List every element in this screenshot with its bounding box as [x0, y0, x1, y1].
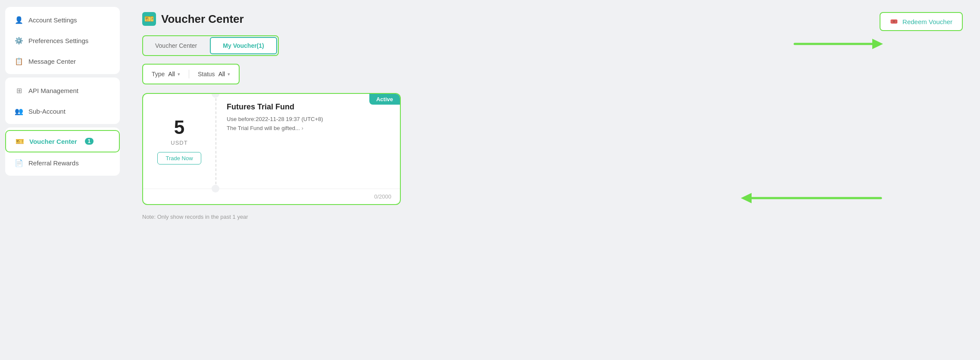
- tab-voucher-center[interactable]: Voucher Center: [143, 36, 209, 55]
- voucher-left-panel: 5 USDT Trade Now: [143, 94, 216, 189]
- arrow-left-annotation: [734, 189, 885, 207]
- sidebar-group-3: 🎫 Voucher Center 1 📄 Referral Rewards: [5, 127, 120, 176]
- voucher-desc-text: The Trial Fund will be gifted...: [227, 125, 300, 131]
- message-icon: 📋: [15, 57, 23, 65]
- voucher-title: Futures Trial Fund: [227, 102, 390, 112]
- sidebar-item-referral-rewards[interactable]: 📄 Referral Rewards: [5, 152, 120, 173]
- gear-icon: ⚙️: [15, 36, 23, 45]
- redeem-voucher-icon: 🎟️: [890, 18, 898, 25]
- note-text: Note: Only show records in the past 1 ye…: [142, 214, 963, 220]
- type-filter-value: All: [168, 71, 175, 78]
- status-filter-label: Status: [198, 71, 215, 78]
- voucher-desc[interactable]: The Trial Fund will be gifted... ›: [227, 125, 390, 131]
- sidebar-group-1: 👤 Account Settings ⚙️ Preferences Settin…: [5, 7, 120, 74]
- tabs-container: Voucher Center My Voucher(1): [142, 35, 279, 56]
- sidebar: 👤 Account Settings ⚙️ Preferences Settin…: [0, 0, 125, 360]
- sidebar-item-label: Account Settings: [28, 16, 77, 24]
- account-icon: 👤: [15, 16, 23, 24]
- type-chevron-down-icon: ▾: [178, 71, 180, 77]
- filter-bar: Type All ▾ Status All ▾: [142, 64, 240, 84]
- svg-marker-3: [741, 193, 752, 203]
- svg-marker-1: [872, 39, 883, 49]
- voucher-meta: Use before:2022-11-28 19:37 (UTC+8): [227, 116, 390, 122]
- status-chevron-down-icon: ▾: [228, 71, 230, 77]
- sidebar-item-label: Voucher Center: [29, 138, 77, 145]
- type-filter-label: Type: [152, 71, 165, 78]
- sidebar-item-voucher-center[interactable]: 🎫 Voucher Center 1: [5, 130, 120, 152]
- sidebar-item-preferences-settings[interactable]: ⚙️ Preferences Settings: [5, 30, 120, 51]
- voucher-progress: 0/2000: [143, 189, 400, 204]
- sidebar-item-sub-account[interactable]: 👥 Sub-Account: [5, 101, 120, 121]
- sidebar-item-api-management[interactable]: ⊞ API Management: [5, 80, 120, 101]
- sidebar-item-label: Sub-Account: [28, 108, 66, 115]
- voucher-icon: 🎫: [16, 137, 24, 146]
- voucher-card-inner: 5 USDT Trade Now Futures Trial Fund Use …: [143, 94, 400, 189]
- page-title: Voucher Center: [161, 12, 244, 26]
- voucher-currency: USDT: [171, 140, 187, 146]
- voucher-badge: 1: [85, 138, 94, 145]
- sidebar-item-message-center[interactable]: 📋 Message Center: [5, 51, 120, 71]
- status-filter-value: All: [218, 71, 225, 78]
- arrow-right-annotation: [790, 35, 885, 53]
- voucher-card: Active 5 USDT Trade Now Futures Trial Fu…: [142, 93, 401, 205]
- api-icon: ⊞: [15, 86, 23, 95]
- status-filter-group: Status All ▾: [198, 71, 230, 78]
- sidebar-item-label: Preferences Settings: [28, 37, 88, 44]
- tab-my-voucher[interactable]: My Voucher(1): [210, 37, 277, 54]
- status-filter-select[interactable]: All ▾: [218, 71, 231, 78]
- voucher-right-panel: Futures Trial Fund Use before:2022-11-28…: [216, 94, 400, 189]
- sub-account-icon: 👥: [15, 107, 23, 115]
- sidebar-item-label: Message Center: [28, 58, 76, 65]
- active-badge: Active: [369, 94, 400, 105]
- page-title-icon: 🎫: [142, 12, 156, 26]
- sidebar-group-2: ⊞ API Management 👥 Sub-Account: [5, 78, 120, 124]
- referral-icon: 📄: [15, 158, 23, 167]
- type-filter-group: Type All ▾: [152, 71, 180, 78]
- filter-divider: [189, 70, 189, 78]
- main-content: 🎫 Voucher Center Voucher Center My Vouch…: [125, 0, 980, 360]
- type-filter-select[interactable]: All ▾: [168, 71, 180, 78]
- trade-now-button[interactable]: Trade Now: [157, 152, 201, 164]
- sidebar-item-label: Referral Rewards: [28, 159, 79, 167]
- sidebar-item-label: API Management: [28, 87, 78, 94]
- sidebar-item-account-settings[interactable]: 👤 Account Settings: [5, 9, 120, 30]
- redeem-btn-container: 🎟️ Redeem Voucher: [880, 12, 963, 31]
- redeem-voucher-button[interactable]: 🎟️ Redeem Voucher: [880, 12, 963, 31]
- voucher-amount: 5: [174, 118, 184, 137]
- chevron-right-icon: ›: [302, 125, 303, 131]
- page-title-container: 🎫 Voucher Center: [142, 12, 963, 26]
- redeem-voucher-label: Redeem Voucher: [902, 18, 952, 25]
